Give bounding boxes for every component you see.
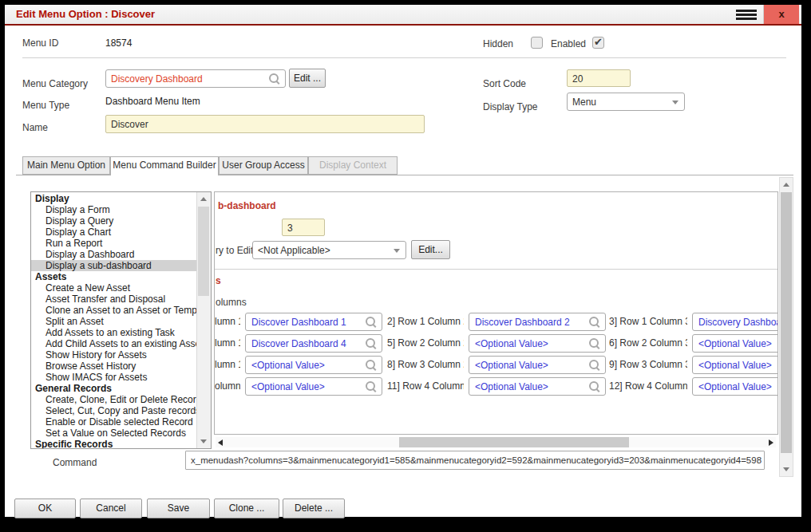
list-item[interactable]: Asset Transfer and Disposal [31, 294, 197, 305]
dashboard-lookup-value: Discover Dashboard 1 [251, 317, 346, 328]
dashboard-lookup-field[interactable]: <Optional Value> [245, 356, 382, 374]
search-icon[interactable] [366, 317, 378, 329]
list-item[interactable]: Run a Report [31, 238, 197, 249]
close-button[interactable]: x [763, 5, 799, 24]
vertical-scrollbar[interactable] [779, 177, 793, 477]
menu-category-value: Discovery Dashboard [111, 73, 203, 85]
dashboard-lookup-field[interactable]: <Optional Value> [245, 377, 382, 396]
dashboard-lookup-field[interactable]: <Optional Value> [469, 334, 606, 353]
search-icon[interactable] [366, 338, 378, 350]
list-item[interactable]: Add Assets to an existing Task [31, 327, 197, 338]
command-field[interactable]: x_menudash?columns=3&mainmenucategoryid1… [185, 451, 765, 470]
list-item[interactable]: Display a Query [31, 215, 197, 227]
dashboard-lookup-value: <Optional Value> [475, 381, 548, 392]
list-group-header[interactable]: Assets [31, 271, 197, 282]
dashboard-lookup-field[interactable]: Discovery Dashboard [692, 313, 778, 331]
menu-icon[interactable] [736, 10, 757, 20]
list-item[interactable]: Create a New Asset [31, 282, 197, 294]
dashboard-lookup-field[interactable]: Discover Dashboard 1 [245, 313, 382, 331]
list-group-header[interactable]: Display [31, 193, 197, 204]
scroll-up-icon[interactable] [783, 183, 789, 187]
tab-user-group-access[interactable]: User Group Access [219, 156, 308, 175]
dashboard-lookup-value: <Optional Value> [251, 360, 325, 371]
search-icon[interactable] [589, 381, 601, 393]
horizontal-scrollbar[interactable] [216, 437, 776, 447]
scroll-down-icon[interactable] [783, 467, 789, 471]
category-to-edit-label-fragment: ry to Edit [216, 245, 253, 256]
menu-category-label: Menu Category [22, 78, 88, 89]
scroll-left-icon[interactable] [218, 439, 223, 446]
enabled-label: Enabled [551, 38, 586, 49]
panel-heading-fragment: b-dashboard [218, 200, 276, 211]
name-label: Name [22, 122, 48, 133]
scroll-up-icon[interactable] [200, 197, 207, 201]
search-icon[interactable] [589, 338, 601, 350]
scrollbar-thumb[interactable] [198, 207, 209, 296]
list-group-header[interactable]: General Records [31, 383, 197, 394]
search-icon[interactable] [366, 360, 378, 372]
list-item[interactable]: Display a sub-dashboard [31, 260, 197, 271]
enabled-checkbox[interactable] [592, 37, 604, 49]
columns-count-field[interactable]: 3 [282, 219, 325, 236]
sort-code-field[interactable]: 20 [567, 69, 631, 87]
grid-cell-label: 8] Row 3 Column 2 [387, 359, 464, 370]
hidden-checkbox[interactable] [531, 37, 543, 49]
list-item[interactable]: Show IMACS for Assets [31, 372, 197, 383]
dashboard-lookup-field[interactable]: Discover Dashboard 2 [469, 313, 606, 331]
dashboard-lookup-field[interactable]: <Optional Value> [692, 356, 778, 374]
list-item[interactable]: Show History for Assets [31, 349, 197, 361]
dashboard-lookup-field[interactable]: <Optional Value> [692, 377, 778, 396]
list-item[interactable]: Create, Clone, Edit or Delete Records [31, 394, 197, 405]
dashboard-lookup-value: <Optional Value> [698, 381, 772, 392]
search-icon[interactable] [269, 73, 281, 85]
dashboard-lookup-field[interactable]: Discover Dashboard 4 [245, 334, 382, 353]
list-item[interactable]: Browse Asset History [31, 361, 197, 372]
dashboard-lookup-value: Discovery Dashboard [698, 317, 778, 328]
dashboard-lookup-field[interactable]: <Optional Value> [692, 334, 778, 353]
search-icon[interactable] [589, 360, 601, 372]
title-bar: Edit Menu Option : Discover x [5, 5, 801, 26]
list-scrollbar[interactable] [196, 192, 211, 448]
dashboard-lookup-field[interactable]: <Optional Value> [469, 356, 606, 374]
ok-button[interactable]: OK [14, 499, 76, 518]
name-field[interactable]: Discover [105, 115, 425, 133]
grid-cell-label: lumn 1 [215, 316, 240, 327]
list-item[interactable]: Split an Asset [31, 316, 197, 327]
dashboard-lookup-field[interactable]: <Optional Value> [469, 377, 606, 396]
search-icon[interactable] [366, 381, 378, 393]
list-item[interactable]: Select, Cut, Copy and Paste records [31, 405, 197, 416]
menu-category-edit-button[interactable]: Edit ... [289, 69, 326, 88]
list-item[interactable]: Display a Dashboard [31, 249, 197, 260]
scrollbar-thumb[interactable] [399, 437, 629, 447]
list-item[interactable]: Set a Value on Selected Records [31, 428, 197, 439]
list-item[interactable]: Enable or Disable selected Record [31, 416, 197, 428]
grid-cell-label: 3] Row 1 Column 3 [609, 316, 687, 327]
dashboard-lookup-value: <Optional Value> [475, 360, 548, 371]
list-group-header[interactable]: Specific Records [31, 439, 197, 448]
tab-menu-command-builder[interactable]: Menu Command Builder [110, 156, 219, 175]
chevron-down-icon [672, 100, 678, 104]
category-to-edit-dropdown[interactable]: <Not Applicable> [252, 241, 406, 259]
tab-display-context[interactable]: Display Context [308, 156, 398, 175]
category-edit-button[interactable]: Edit... [411, 240, 450, 259]
list-item[interactable]: Add Child Assets to an existing Asset [31, 338, 197, 349]
menu-category-field[interactable]: Discovery Dashboard [105, 69, 286, 88]
tab-main-menu-option[interactable]: Main Menu Option [22, 156, 110, 175]
list-item[interactable]: Display a Chart [31, 227, 197, 238]
list-item[interactable]: Clone an Asset to an Asset or Templat [31, 305, 197, 316]
dashboard-lookup-value: <Optional Value> [698, 360, 772, 371]
save-button[interactable]: Save [147, 499, 210, 518]
clone-button[interactable]: Clone ... [214, 499, 279, 518]
dashboard-lookup-value: <Optional Value> [475, 338, 548, 349]
command-label: Command [53, 457, 97, 468]
scroll-right-icon[interactable] [769, 439, 773, 446]
dashboard-lookup-value: <Optional Value> [251, 381, 325, 392]
scrollbar-thumb[interactable] [781, 192, 792, 453]
delete-button[interactable]: Delete ... [283, 499, 345, 518]
list-item[interactable]: Display a Form [31, 204, 197, 215]
menu-type-label: Menu Type [22, 100, 69, 111]
cancel-button[interactable]: Cancel [80, 499, 142, 518]
search-icon[interactable] [589, 317, 601, 329]
display-type-dropdown[interactable]: Menu [567, 93, 685, 111]
scroll-down-icon[interactable] [200, 439, 207, 443]
